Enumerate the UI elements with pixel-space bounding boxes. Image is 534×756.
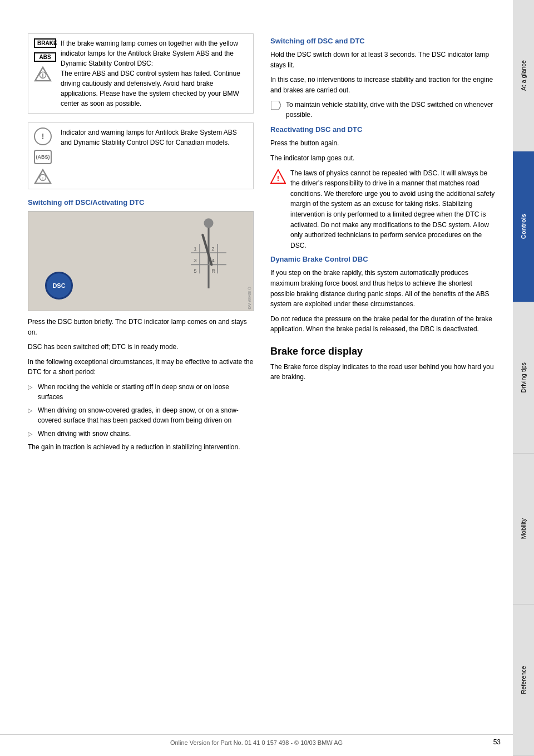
sidebar-section-at-a-glance[interactable]: At a glance [513, 0, 534, 151]
sidebar-section-mobility[interactable]: Mobility [513, 454, 534, 605]
bullet-arrow-1: ▷ [28, 382, 34, 402]
bullet-arrow-2: ▷ [28, 406, 34, 425]
dsc-button-image: DSC [45, 272, 73, 300]
reactivating-para2: The indicator lamp goes out. [270, 153, 496, 164]
dbc-para2: Do not reduce the pressure on the brake … [270, 314, 496, 335]
svg-line-13 [202, 235, 211, 264]
indicator-triangle-icon: ! [34, 169, 52, 184]
svg-text:3: 3 [194, 257, 196, 263]
reactivating-heading: Reactivating DSC and DTC [270, 125, 496, 134]
warning-icons: BRAKE ABS ! ! [34, 38, 56, 82]
svg-text:!: ! [277, 174, 279, 183]
dbc-heading: Dynamic Brake Control DBC [270, 255, 496, 263]
reactivating-para1: Press the button again. [270, 138, 496, 149]
brake-force-para: The Brake force display indicates to the… [270, 362, 496, 382]
warning-box-text: If the brake warning lamp comes on toget… [61, 38, 248, 109]
dsc-image: 1 2 3 4 5 R DSC ©BMW AG [28, 211, 254, 311]
sidebar-section-driving-tips[interactable]: Driving tips [513, 302, 534, 454]
right-para1: Hold the DSC switch down for at least 3 … [270, 50, 496, 70]
svg-text:5: 5 [194, 268, 196, 274]
switching-off-heading: Switching off DSC/Activating DTC [28, 198, 254, 207]
brake-badge: BRAKE [34, 38, 56, 48]
left-column: BRAKE ABS ! ! If the brake warning lamp … [28, 33, 254, 457]
switching-off-dtc-heading: Switching off DSC and DTC [270, 37, 496, 45]
warning-triangle-icon: ! [270, 169, 286, 185]
bullet-arrow-3: ▷ [28, 429, 34, 439]
svg-text:1: 1 [194, 246, 196, 252]
bullet-item-2: ▷ When driving on snow-covered grades, i… [28, 405, 254, 425]
right-column: Switching off DSC and DTC Hold the DSC s… [270, 33, 496, 457]
para3: In the following exceptional circumstanc… [28, 357, 254, 377]
sidebar: At a glance Controls Driving tips Mobili… [513, 0, 534, 756]
para2: DSC has been switched off; DTC is in rea… [28, 342, 254, 352]
footer: Online Version for Part No. 01 41 0 157 … [0, 734, 513, 746]
note-arrow-icon [270, 100, 281, 111]
bullet-item-3: ▷ When driving with snow chains. [28, 429, 254, 439]
indicator-box: ! (ABS) ! Indicator and warning lamps fo… [28, 122, 254, 189]
note-text: To maintain vehicle stability, drive wit… [286, 100, 496, 120]
warning-text: The laws of physics cannot be repealed w… [290, 168, 496, 251]
para4: The gain in traction is achieved by a re… [28, 442, 254, 453]
main-content: BRAKE ABS ! ! If the brake warning lamp … [0, 0, 513, 756]
footer-online-text: Online Version for Part No. 01 41 0 157 … [170, 739, 343, 746]
sidebar-section-reference[interactable]: Reference [513, 605, 534, 756]
brake-force-heading: Brake force display [270, 346, 496, 357]
note-box: To maintain vehicle stability, drive wit… [270, 100, 496, 120]
sidebar-section-controls[interactable]: Controls [513, 151, 534, 303]
para1: Press the DSC button briefly. The DTC in… [28, 317, 254, 337]
warning-paragraph: ! The laws of physics cannot be repealed… [270, 168, 496, 251]
right-para2: In this case, no interventions to increa… [270, 75, 496, 95]
svg-text:R: R [211, 268, 215, 274]
svg-text:!: ! [42, 73, 43, 78]
svg-point-8 [204, 218, 213, 228]
bullet-text-1: When rocking the vehicle or starting off… [38, 382, 254, 402]
svg-marker-20 [271, 101, 281, 110]
svg-text:!: ! [42, 176, 43, 181]
bullet-text-2: When driving on snow-covered grades, in … [38, 405, 254, 425]
page-number: 53 [493, 738, 501, 746]
indicator-icons: ! (ABS) ! [34, 127, 56, 184]
bullet-item-1: ▷ When rocking the vehicle or starting o… [28, 382, 254, 402]
dbc-para1: If you step on the brake rapidly, this s… [270, 268, 496, 309]
bullet-text-3: When driving with snow chains. [38, 429, 131, 439]
svg-text:4: 4 [211, 257, 215, 263]
indicator-box-text: Indicator and warning lamps for Antilock… [61, 127, 248, 148]
warning-box: BRAKE ABS ! ! If the brake warning lamp … [28, 33, 254, 114]
triangle-icon: ! ! [34, 66, 52, 82]
abs-badge: ABS [34, 52, 56, 62]
svg-text:2: 2 [211, 246, 214, 252]
